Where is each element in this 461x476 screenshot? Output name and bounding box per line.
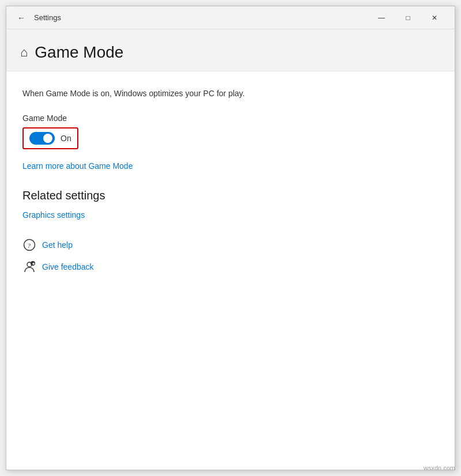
give-feedback-icon: ★	[22, 260, 36, 274]
content-area: When Game Mode is on, Windows optimizes …	[6, 71, 455, 470]
page-description: When Game Mode is on, Windows optimizes …	[22, 88, 439, 100]
toggle-state-label: On	[61, 134, 71, 143]
learn-more-link[interactable]: Learn more about Game Mode	[22, 161, 133, 171]
close-button[interactable]: ✕	[421, 6, 448, 29]
page-title: Game Mode	[35, 43, 123, 62]
titlebar: ← Settings — □ ✕	[6, 6, 455, 29]
minimize-button[interactable]: —	[368, 6, 395, 29]
svg-text:?: ?	[28, 242, 31, 249]
window-controls: — □ ✕	[368, 6, 448, 29]
back-button[interactable]: ←	[13, 10, 29, 26]
watermark: wsxdn.com	[424, 464, 455, 471]
graphics-settings-link[interactable]: Graphics settings	[22, 210, 439, 220]
related-settings-title: Related settings	[22, 189, 439, 202]
get-help-icon: ?	[22, 238, 36, 252]
page-header: ⌂ Game Mode	[6, 29, 455, 71]
titlebar-title: Settings	[34, 13, 368, 22]
give-feedback-text[interactable]: Give feedback	[42, 262, 94, 271]
svg-text:★: ★	[32, 262, 35, 266]
home-icon: ⌂	[20, 45, 28, 60]
maximize-button[interactable]: □	[395, 6, 421, 29]
get-help-action[interactable]: ? Get help	[22, 238, 439, 252]
back-arrow-icon: ←	[17, 13, 25, 22]
game-mode-toggle[interactable]	[29, 132, 55, 145]
settings-window: ← Settings — □ ✕ ⌂ Game Mode When Game M…	[6, 6, 455, 470]
get-help-text[interactable]: Get help	[42, 240, 73, 250]
give-feedback-action[interactable]: ★ Give feedback	[22, 260, 439, 274]
game-mode-label: Game Mode	[22, 114, 439, 123]
toggle-highlight-box: On	[22, 127, 78, 149]
